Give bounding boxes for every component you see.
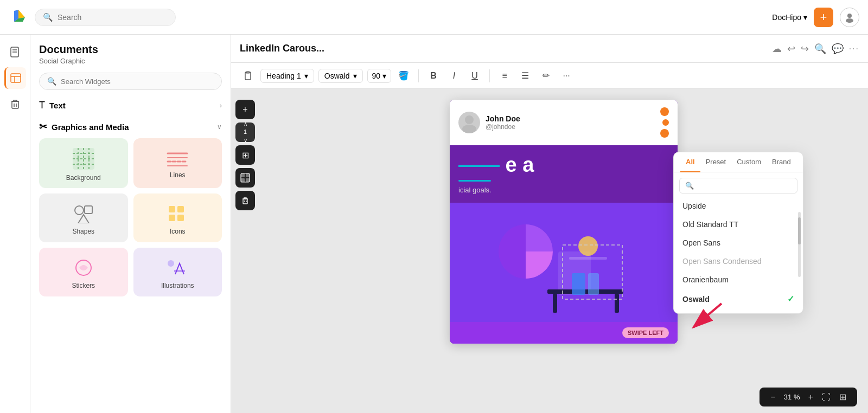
delete-slide-btn[interactable] bbox=[235, 191, 255, 210]
widget-search-input[interactable] bbox=[61, 78, 214, 86]
svg-rect-38 bbox=[241, 178, 245, 182]
slide-card[interactable]: John Doe @johndoe —— e a bbox=[450, 100, 678, 344]
user-avatar[interactable] bbox=[840, 8, 859, 27]
shapes-label: Shapes bbox=[72, 228, 94, 235]
heading-select[interactable]: Heading 1 ▾ bbox=[260, 69, 314, 83]
main-layout: Documents Social Graphic 🔍 T Text › ✂ Gr… bbox=[0, 35, 868, 413]
font-item-old-standard[interactable]: Old Standard TT bbox=[674, 215, 803, 234]
graphics-collapse-icon: ∨ bbox=[217, 123, 222, 131]
svg-point-2 bbox=[846, 18, 853, 23]
font-tabs: All Preset Custom Brand bbox=[674, 152, 803, 172]
font-tab-brand[interactable]: Brand bbox=[767, 152, 796, 172]
search-canvas-icon[interactable]: 🔍 bbox=[814, 43, 826, 55]
slide-subtext: icial goals. bbox=[458, 186, 669, 194]
graphics-icon: ✂ bbox=[39, 121, 47, 133]
font-select[interactable]: Oswald ▾ bbox=[318, 69, 363, 83]
grid-view-bottom-btn[interactable]: ⊞ bbox=[836, 391, 850, 403]
font-item-upside[interactable]: Upside bbox=[674, 197, 803, 215]
widget-shapes[interactable]: Shapes bbox=[39, 193, 128, 242]
font-tab-preset[interactable]: Preset bbox=[700, 152, 732, 172]
pencil-btn[interactable]: ✏ bbox=[538, 68, 554, 84]
illustrations-label: Illustrations bbox=[161, 282, 194, 289]
svg-point-31 bbox=[168, 260, 174, 267]
font-search-bar[interactable]: 🔍 bbox=[679, 178, 797, 193]
widget-search[interactable]: 🔍 bbox=[39, 73, 222, 90]
widget-search-icon: 🔍 bbox=[47, 77, 56, 86]
svg-point-43 bbox=[465, 115, 474, 124]
fullscreen-btn[interactable]: ⛶ bbox=[819, 391, 834, 403]
lines-label: Lines bbox=[170, 171, 186, 179]
paint-bucket-btn[interactable]: 🪣 bbox=[395, 68, 412, 84]
text-icon: T bbox=[39, 100, 45, 111]
icon-bar-documents[interactable] bbox=[4, 41, 26, 63]
widget-lines[interactable]: Lines bbox=[133, 138, 222, 188]
font-chevron: ▾ bbox=[353, 72, 357, 80]
align-btn[interactable]: ≡ bbox=[496, 68, 513, 84]
comment-icon[interactable]: 💬 bbox=[832, 43, 844, 55]
logo[interactable] bbox=[9, 7, 28, 28]
widget-icons[interactable]: Icons bbox=[133, 193, 222, 242]
slide-controls: + ∧ 1 ∨ ⊞ bbox=[231, 89, 259, 413]
svg-rect-37 bbox=[246, 173, 250, 177]
italic-btn[interactable]: I bbox=[446, 68, 462, 84]
font-item-open-sans[interactable]: Open Sans bbox=[674, 234, 803, 252]
dochipo-dropdown[interactable]: DocHipo ▾ bbox=[772, 13, 807, 22]
slide-content: —— e a icial goals. bbox=[450, 145, 678, 203]
zoom-out-btn[interactable]: − bbox=[767, 391, 778, 403]
cloud-icon[interactable]: ☁ bbox=[772, 43, 782, 55]
icons-label: Icons bbox=[170, 228, 186, 235]
font-item-oranienbaum[interactable]: Oranienbaum bbox=[674, 270, 803, 289]
bold-btn[interactable]: B bbox=[425, 68, 442, 84]
canvas-toolbar: LinkedIn Carous... ☁ ↩ ↪ 🔍 💬 ··· bbox=[231, 35, 868, 63]
dropdown-scrollbar-track bbox=[798, 212, 801, 277]
icon-bar-templates[interactable] bbox=[4, 67, 26, 89]
svg-rect-28 bbox=[169, 215, 175, 221]
list-btn[interactable]: ☰ bbox=[517, 68, 533, 84]
zoom-in-btn[interactable]: + bbox=[805, 391, 816, 403]
slide-big-text: —— e a bbox=[458, 154, 669, 177]
font-tab-custom[interactable]: Custom bbox=[731, 152, 767, 172]
slide-display: ∧ 1 ∨ bbox=[235, 122, 255, 142]
font-dropdown: All Preset Custom Brand 🔍 Upside Old Sta… bbox=[673, 152, 803, 314]
svg-point-47 bbox=[578, 236, 598, 256]
undo-icon[interactable]: ↩ bbox=[787, 43, 795, 55]
svg-rect-29 bbox=[177, 215, 184, 221]
redo-icon[interactable]: ↪ bbox=[801, 43, 809, 55]
icon-bar-trash[interactable] bbox=[4, 93, 26, 115]
left-panel: Documents Social Graphic 🔍 T Text › ✂ Gr… bbox=[30, 35, 231, 413]
grid-view-btn[interactable]: ⊞ bbox=[235, 145, 255, 165]
widget-background[interactable]: Background bbox=[39, 138, 128, 188]
svg-point-1 bbox=[847, 14, 852, 18]
top-search-input[interactable] bbox=[58, 13, 168, 22]
font-item-open-sans-condensed: Open Sans Condensed bbox=[674, 252, 803, 270]
svg-point-23 bbox=[75, 206, 84, 215]
graphics-label: Graphics and Media bbox=[52, 122, 129, 132]
clipboard-btn[interactable] bbox=[240, 68, 256, 84]
widget-stickers[interactable]: Stickers bbox=[39, 248, 128, 296]
svg-rect-36 bbox=[241, 173, 245, 177]
font-search-input[interactable] bbox=[697, 182, 792, 190]
text-label: Text bbox=[49, 101, 66, 110]
more-format-btn[interactable]: ··· bbox=[558, 68, 575, 84]
chevron-down-icon: ▾ bbox=[803, 13, 807, 22]
user-avatar-slide bbox=[458, 112, 480, 133]
top-search-bar[interactable]: 🔍 bbox=[35, 9, 176, 26]
size-select[interactable]: 90 ▾ bbox=[367, 69, 392, 83]
add-button[interactable]: + bbox=[814, 8, 833, 27]
widget-illustrations[interactable]: Illustrations bbox=[133, 248, 222, 296]
text-section-header[interactable]: T Text › bbox=[39, 100, 222, 111]
more-options-icon[interactable]: ··· bbox=[849, 44, 859, 54]
heading-chevron: ▾ bbox=[304, 72, 308, 80]
swipe-badge: SWIPE LEFT bbox=[622, 327, 669, 338]
font-tab-all[interactable]: All bbox=[680, 152, 700, 172]
graphics-section-header[interactable]: ✂ Graphics and Media ∨ bbox=[39, 121, 222, 133]
text-expand-icon: › bbox=[220, 102, 222, 109]
animation-btn[interactable] bbox=[235, 168, 255, 188]
canvas-area: LinkedIn Carous... ☁ ↩ ↪ 🔍 💬 ··· Heading… bbox=[231, 35, 868, 413]
svg-rect-24 bbox=[85, 206, 92, 214]
svg-rect-53 bbox=[572, 273, 585, 295]
underline-btn[interactable]: U bbox=[467, 68, 483, 84]
svg-rect-54 bbox=[588, 273, 599, 295]
dropdown-scrollbar-thumb[interactable] bbox=[798, 217, 801, 244]
add-slide-btn[interactable]: + bbox=[235, 100, 255, 119]
